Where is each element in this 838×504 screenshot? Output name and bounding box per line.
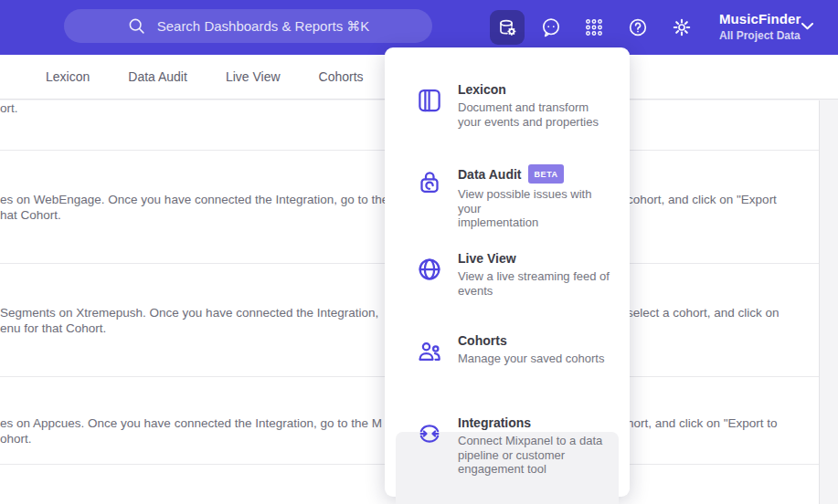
integration-row-text: hat Cohort.	[0, 208, 61, 223]
tab-lexicon[interactable]: Lexicon	[46, 69, 90, 84]
live-view-globe-icon	[416, 256, 443, 283]
chevron-down-icon[interactable]	[801, 23, 813, 30]
tab-cohorts[interactable]: Cohorts	[319, 69, 364, 84]
menu-item-desc: Manage your saved cohorts	[458, 352, 604, 366]
menu-item-cohorts[interactable]: Cohorts Manage your saved cohorts	[416, 333, 615, 366]
integration-row-text: cohort, and click on "Export	[627, 193, 777, 207]
integration-row-text: es on Appcues. Once you have connected t…	[0, 416, 382, 431]
data-audit-icon	[416, 169, 443, 196]
menu-item-lexicon[interactable]: Lexicon Document and transform your even…	[416, 82, 615, 129]
search-input[interactable]: Search Dashboards & Reports ⌘K	[64, 9, 432, 43]
integrations-sync-icon	[416, 420, 443, 447]
lexicon-book-icon	[416, 87, 443, 114]
project-name: MusicFinder	[719, 11, 801, 26]
grid-dots-icon	[583, 16, 605, 38]
menu-item-live-view[interactable]: Live View View a live streaming feed of …	[416, 251, 615, 298]
data-management-dropdown: Lexicon Document and transform your even…	[385, 47, 630, 497]
integration-row-text: select a cohort, and click on	[627, 306, 780, 320]
chat-smiley-icon	[540, 16, 562, 38]
beta-badge: BETA	[528, 164, 563, 184]
menu-item-title: Integrations	[458, 415, 602, 430]
integration-row-text: ohort.	[0, 432, 32, 446]
gear-icon	[671, 16, 693, 38]
search-placeholder: Search Dashboards & Reports ⌘K	[157, 18, 370, 35]
menu-item-desc: View a live streaming feed of events	[458, 269, 610, 298]
menu-item-desc: Document and transform your events and p…	[458, 100, 599, 129]
menu-item-desc: View possible issues with your implement…	[458, 187, 615, 230]
top-nav-bar: Search Dashboards & Reports ⌘K	[0, 0, 838, 55]
menu-item-title: Lexicon	[458, 82, 599, 97]
menu-item-title: Live View	[458, 251, 610, 266]
help-button[interactable]	[621, 10, 655, 45]
cohorts-people-icon	[416, 338, 443, 365]
menu-item-desc: Connect Mixpanel to a data pipeline or c…	[458, 434, 602, 477]
database-gear-icon	[496, 16, 518, 38]
data-management-button[interactable]	[490, 10, 525, 45]
question-mark-icon	[627, 16, 649, 38]
tab-data-audit[interactable]: Data Audit	[128, 69, 187, 84]
integration-row-text: hort, and click on "Export to	[627, 416, 778, 431]
project-subtitle: All Project Data	[719, 29, 801, 42]
tab-live-view[interactable]: Live View	[226, 69, 281, 84]
integration-row-text: es on WebEngage. Once you have connected…	[0, 193, 388, 207]
menu-item-title: Data AuditBETA	[458, 164, 615, 184]
integration-row-text: ort.	[0, 101, 18, 116]
integration-row-text: Segments on Xtremepush. Once you have co…	[0, 306, 378, 320]
menu-item-data-audit[interactable]: Data AuditBETA View possible issues with…	[416, 164, 615, 230]
project-switcher[interactable]: MusicFinder All Project Data	[719, 11, 801, 42]
settings-button[interactable]	[664, 10, 699, 45]
apps-grid-button[interactable]	[577, 10, 611, 45]
feedback-button[interactable]	[534, 10, 568, 45]
menu-item-title: Cohorts	[458, 333, 604, 348]
menu-item-integrations[interactable]: Integrations Connect Mixpanel to a data …	[416, 415, 615, 477]
integration-row-text: enu for that Cohort.	[0, 321, 106, 336]
search-icon	[127, 16, 147, 37]
